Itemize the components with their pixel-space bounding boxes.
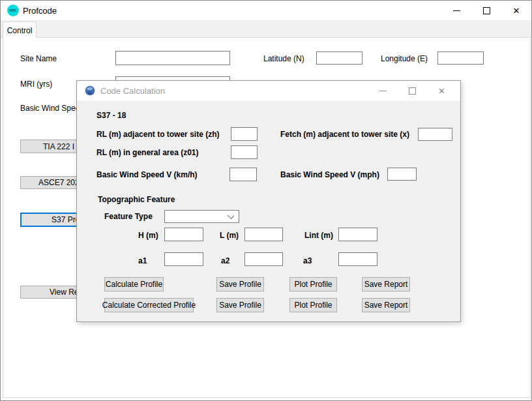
code-section-title: S37 - 18 [96,111,126,120]
lint-input[interactable] [338,228,377,241]
save-report-button-1[interactable]: Save Report [362,277,410,291]
dialog-title: Code Calculation [100,86,165,96]
code-calculation-dialog: Code Calculation ✕ S37 - 18 RL (m) adjac… [76,80,461,322]
dialog-close-icon: ✕ [438,87,445,95]
plot-profile-button-2[interactable]: Plot Profile [289,298,337,312]
dialog-maximize-button[interactable] [398,81,427,100]
window-title: Profcode [23,6,57,16]
a2-input[interactable] [244,252,283,266]
longitude-input[interactable] [437,52,484,65]
dialog-titlebar: Code Calculation ✕ [77,81,460,100]
a3-input[interactable] [338,252,377,266]
maximize-icon [483,7,490,14]
dialog-close-button[interactable]: ✕ [427,81,456,100]
wpc-app-icon: WPC [7,5,19,16]
l-input[interactable] [244,228,283,241]
calculate-corrected-profile-button[interactable]: Calculate Corrected Profile [104,298,194,312]
v-mph-input[interactable] [387,168,417,181]
h-label: H (m) [138,231,158,240]
fetch-input[interactable] [418,128,452,141]
dialog-maximize-icon [409,87,416,95]
v-kmh-label: Basic Wind Speed V (km/h) [96,170,198,179]
rl-zh-input[interactable] [231,127,258,141]
profcode-window: WPC Profcode ✕ Control Site Name Latitud… [0,0,532,401]
a1-label: a1 [138,256,147,265]
a3-label: a3 [303,256,312,265]
minimize-icon [453,10,460,11]
save-profile-button-1[interactable]: Save Profile [216,277,264,291]
h-input[interactable] [164,228,203,241]
rl-z01-input[interactable] [231,145,258,159]
close-button[interactable]: ✕ [501,1,531,20]
latitude-label: Latitude (N) [263,54,304,63]
site-name-label: Site Name [20,54,57,63]
feature-type-label: Feature Type [104,212,153,221]
rl-zh-label: RL (m) adjacent to tower site (zh) [96,130,219,139]
basic-wind-speed-label: Basic Wind Speed [20,104,84,113]
site-name-input[interactable] [115,51,230,65]
maximize-button[interactable] [471,1,501,20]
l-label: L (m) [220,231,239,240]
dialog-minimize-button[interactable] [368,81,398,100]
chevron-down-icon [228,213,234,219]
longitude-label: Longitude (E) [381,54,428,63]
plot-profile-button-1[interactable]: Plot Profile [289,277,337,291]
tab-control[interactable]: Control [3,22,37,38]
tab-strip: Control [1,20,531,38]
a1-input[interactable] [164,252,203,266]
fetch-label: Fetch (m) adjacent to tower site (x) [280,130,409,139]
globe-icon [85,85,95,96]
v-mph-label: Basic Wind Speed V (mph) [280,170,379,179]
v-kmh-input[interactable] [229,168,257,181]
main-titlebar: WPC Profcode ✕ [1,1,531,20]
save-report-button-2[interactable]: Save Report [362,298,410,312]
close-icon: ✕ [513,7,520,15]
dialog-minimize-icon [379,91,387,91]
lint-label: Lint (m) [304,231,333,240]
save-profile-button-2[interactable]: Save Profile [216,298,264,312]
calculate-profile-button[interactable]: Calculate Profile [104,277,164,291]
a2-label: a2 [221,256,229,265]
mri-label: MRI (yrs) [20,80,52,89]
latitude-input[interactable] [316,52,362,65]
rl-z01-label: RL (m) in general area (z01) [96,148,199,157]
feature-type-select[interactable] [164,210,239,223]
minimize-button[interactable] [441,1,471,20]
topographic-feature-label: Topographic Feature [98,195,175,204]
